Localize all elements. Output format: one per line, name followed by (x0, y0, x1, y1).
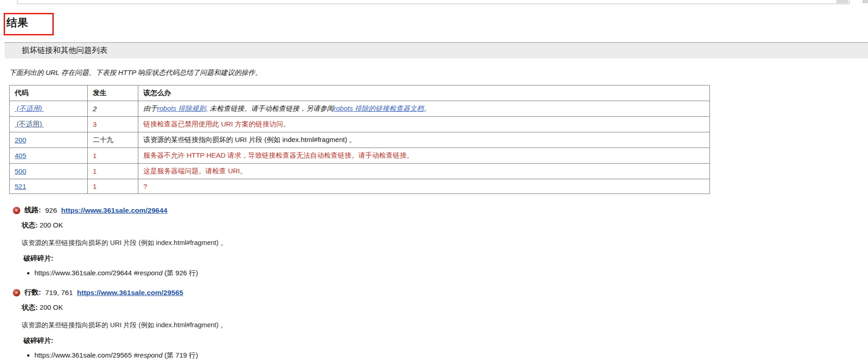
col-header-what-to-do: 该怎么办 (138, 85, 710, 101)
status-summary-table: 代码 发生 该怎么办 (不适用) 2由于robots 排除规则, 未检查链接。请… (9, 85, 710, 194)
problem-detail-item: ✕线路:926https://www.361sale.com/29644状态: … (13, 205, 868, 278)
status-code-link[interactable]: 500 (15, 167, 26, 175)
message-text: 未检查链接。请手动检查链接，另请参阅 (208, 104, 334, 112)
code-cell: 500 (10, 164, 88, 179)
fragment-url: https://www.361sale.com/29644 (34, 269, 134, 277)
problem-description: 该资源的某些链接指向损坏的 URI 片段 (例如 index.html#frag… (22, 239, 868, 247)
occurrence-count: 1 (88, 148, 138, 164)
scrollbar-fragment[interactable] (863, 0, 868, 3)
cutoff-box-gray-segment (836, 0, 848, 3)
summary-header-row: 代码 发生 该怎么办 (10, 85, 710, 101)
problem-details-list: ✕线路:926https://www.361sale.com/29644状态: … (13, 205, 868, 360)
error-icon: ✕ (13, 289, 20, 296)
line-numbers: 719, 761 (45, 289, 73, 297)
summary-table-row: (不适用) 3链接检查器已禁用使用此 URI 方案的链接访问。 (10, 117, 710, 132)
detail-heading: ✕行数:719, 761https://www.361sale.com/2956… (13, 288, 868, 297)
broken-fragment-item: https://www.361sale.com/29565 #respond (… (34, 351, 868, 360)
message-cell: ? (138, 179, 710, 194)
code-cell: 200 (10, 132, 88, 148)
section-header-broken-links: 损坏链接和其他问题列表 (5, 42, 868, 58)
summary-table-row: 5211? (10, 179, 710, 194)
error-icon: ✕ (13, 207, 20, 214)
broken-fragment-item: https://www.361sale.com/29644 #respond (… (34, 269, 868, 278)
summary-table-row: 4051服务器不允许 HTTP HEAD 请求，导致链接检查器无法自动检查链接。… (10, 148, 710, 164)
page-title: 结果 (6, 16, 28, 30)
problem-url-link[interactable]: https://www.361sale.com/29565 (77, 289, 183, 297)
occurrence-count: 二十九 (88, 132, 138, 148)
broken-fragments-list: https://www.361sale.com/29644 #respond (… (27, 269, 868, 278)
intro-text: 下面列出的 URL 存在问题。下表按 HTTP 响应状态代码总结了问题和建议的操… (9, 68, 868, 77)
status-line: 状态: 200 OK (22, 303, 868, 312)
broken-fragments-label: 破碎碎片: (23, 336, 868, 345)
message-cell: 由于robots 排除规则, 未检查链接。请手动检查链接，另请参阅robots … (138, 101, 710, 117)
occurrence-count: 3 (88, 117, 138, 132)
line-label: 线路: (24, 205, 41, 215)
status-code-link[interactable]: 405 (15, 152, 26, 159)
message-text: 由于 (143, 104, 157, 112)
fragment-anchor: #respond (134, 269, 163, 277)
occurrence-count: 2 (88, 101, 138, 117)
code-cell: 405 (10, 148, 88, 164)
summary-table-row: (不适用) 2由于robots 排除规则, 未检查链接。请手动检查链接，另请参阅… (10, 101, 710, 117)
message-text: 。 (424, 104, 431, 112)
robots-doc-link[interactable]: robots 排除的链接检查器文档 (334, 104, 424, 112)
status-code-link[interactable]: (不适用) (15, 104, 44, 112)
robots-doc-link[interactable]: robots 排除规则, (157, 104, 208, 112)
summary-table-body: (不适用) 2由于robots 排除规则, 未检查链接。请手动检查链接，另请参阅… (10, 101, 710, 194)
status-value: 200 OK (40, 303, 63, 311)
code-cell: (不适用) (10, 101, 88, 117)
broken-fragments-list: https://www.361sale.com/29565 #respond (… (27, 351, 868, 360)
results-title-annotation-box: 结果 (4, 13, 54, 35)
message-cell: 链接检查器已禁用使用此 URI 方案的链接访问。 (138, 117, 710, 132)
status-value: 200 OK (40, 221, 63, 229)
col-header-occurrences: 发生 (88, 85, 138, 101)
problem-description: 该资源的某些链接指向损坏的 URI 片段 (例如 index.html#frag… (22, 321, 868, 330)
message-cell: 服务器不允许 HTTP HEAD 请求，导致链接检查器无法自动检查链接。请手动检… (138, 148, 710, 164)
detail-heading: ✕线路:926https://www.361sale.com/29644 (13, 205, 868, 215)
broken-fragments-label: 破碎碎片: (23, 254, 868, 263)
cutoff-box-bottom (17, 0, 850, 4)
status-code-link[interactable]: 200 (15, 136, 26, 144)
status-line: 状态: 200 OK (22, 221, 868, 230)
status-code-link[interactable]: (不适用) (15, 120, 44, 128)
fragment-line-ref: (第 719 行) (163, 351, 199, 359)
occurrence-count: 1 (88, 179, 138, 194)
code-cell: (不适用) (10, 117, 88, 132)
status-label: 状态: (22, 221, 38, 229)
message-cell: 该资源的某些链接指向损坏的 URI 片段 (例如 index.html#frag… (138, 132, 710, 148)
occurrence-count: 1 (88, 164, 138, 179)
col-header-code: 代码 (10, 85, 88, 101)
fragment-line-ref: (第 926 行) (163, 269, 199, 277)
problem-url-link[interactable]: https://www.361sale.com/29644 (61, 206, 167, 215)
fragment-anchor: #respond (134, 351, 163, 359)
summary-table-row: 200二十九该资源的某些链接指向损坏的 URI 片段 (例如 index.htm… (10, 132, 710, 148)
fragment-url: https://www.361sale.com/29565 (34, 351, 134, 359)
message-cell: 这是服务器端问题。请检查 URI。 (138, 164, 710, 179)
line-label: 行数: (24, 288, 41, 297)
line-numbers: 926 (45, 206, 57, 215)
code-cell: 521 (10, 179, 88, 194)
summary-table-row: 5001这是服务器端问题。请检查 URI。 (10, 164, 710, 179)
problem-detail-item: ✕行数:719, 761https://www.361sale.com/2956… (13, 288, 868, 360)
status-label: 状态: (22, 303, 38, 311)
status-code-link[interactable]: 521 (15, 182, 26, 190)
